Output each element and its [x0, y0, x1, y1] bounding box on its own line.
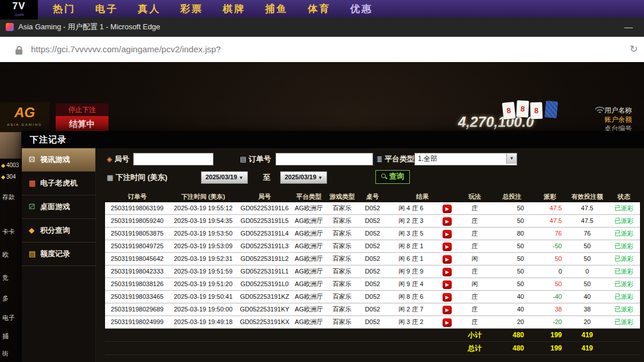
url-text[interactable]: https://gci.7vvvvvv.com/agingame/pcv2/in…	[31, 37, 221, 62]
nav-item-lottery[interactable]: 彩票	[180, 2, 203, 16]
balance-value: 304	[6, 174, 16, 180]
cell-platform: AG欧洲厅	[292, 253, 325, 265]
favicon-icon	[6, 23, 14, 31]
refresh-icon[interactable]: ↻	[626, 41, 642, 57]
cell-play: 闲	[459, 278, 491, 290]
chevron-down-icon: ▼	[239, 175, 243, 180]
wifi-icon	[595, 106, 605, 116]
cell-valid: 47.5	[567, 215, 608, 227]
strip-item-deposit[interactable]: 存款	[2, 193, 21, 202]
cell-bet: 50	[491, 215, 533, 227]
stop-betting-banner: 停止下注	[56, 103, 108, 116]
settling-banner: 结算中	[56, 116, 108, 132]
total-row: 总计 480 199 419	[105, 342, 640, 355]
account-balance-label: 账户余额	[604, 115, 644, 124]
platform-type-label: ≣平台类型	[377, 154, 414, 164]
cell-order: 250319198038126	[105, 278, 169, 290]
avatar	[0, 132, 21, 159]
col-header-table: 桌号	[359, 191, 386, 202]
cell-result: 闲 2 庄 3	[386, 215, 436, 227]
cell-result: 闲 9 庄 9	[386, 265, 436, 278]
window-title: Asia Gaming - 用户配置 1 - Microsoft Edge	[18, 17, 160, 37]
nav-item-live[interactable]: 真人	[138, 2, 161, 16]
strip-item-cagayan[interactable]: 卡卡	[2, 228, 21, 236]
cell-valid: 20	[567, 316, 608, 328]
order-number-input[interactable]	[276, 153, 373, 165]
search-icon	[381, 174, 387, 179]
sidebar-item-quota-records[interactable]: ▤额度记录	[22, 242, 95, 266]
cell-status: 已派彩	[608, 265, 640, 278]
cell-platform: AG欧洲厅	[292, 316, 325, 328]
replay-button[interactable]: ▶	[443, 293, 452, 302]
user-info-panel: 用户名称 账户余额 桌台编号	[604, 106, 644, 133]
nav-item-slots[interactable]: 电子	[95, 2, 118, 16]
cell-order: 250319198029689	[105, 303, 169, 315]
table-row: 2503191980249992025-03-19 19:49:18GD0522…	[105, 316, 640, 329]
replay-button[interactable]: ▶	[443, 268, 452, 276]
cell-game: 百家乐	[325, 215, 359, 227]
replay-button[interactable]: ▶	[443, 280, 452, 289]
cell-payout: 0	[533, 265, 567, 278]
sidebar-item-video-games[interactable]: ⚄视讯游戏	[22, 148, 95, 172]
nav-item-fishing[interactable]: 捕鱼	[265, 2, 288, 16]
sidebar-item-label: 视讯游戏	[40, 155, 70, 164]
sidebar-item-table-games[interactable]: ⚂桌面游戏	[22, 195, 95, 219]
total-spacer	[105, 342, 459, 355]
cell-round: GD052253191L6	[237, 202, 292, 214]
site-logo[interactable]: 7V .com	[0, 0, 38, 20]
date-to-picker[interactable]: 2025/03/19▼	[280, 171, 327, 184]
strip-item-arcade[interactable]: 街	[2, 349, 21, 358]
sidebar-item-points-query[interactable]: ◆积分查询	[22, 219, 95, 242]
cell-time: 2025-03-19 19:52:31	[169, 253, 237, 265]
nav-item-sports[interactable]: 体育	[308, 2, 331, 16]
replay-button[interactable]: ▶	[443, 230, 452, 238]
col-header-round: 局号	[237, 191, 292, 202]
strip-item-multi[interactable]: 多	[2, 294, 21, 303]
replay-button[interactable]: ▶	[443, 306, 452, 314]
cell-game: 百家乐	[325, 316, 359, 328]
balance-row: ◆4003	[1, 162, 22, 168]
search-button[interactable]: 查询	[375, 170, 410, 184]
total-valid: 419	[567, 342, 608, 355]
cards: 8 8 8	[503, 100, 560, 123]
cell-table: D052	[359, 316, 386, 328]
nav-item-board[interactable]: 棋牌	[223, 2, 246, 16]
cell-platform: AG欧洲厅	[292, 291, 325, 303]
calendar-icon: ▦	[107, 174, 113, 182]
cell-game: 百家乐	[325, 303, 359, 315]
nav-item-promo[interactable]: 优惠	[350, 2, 373, 16]
cell-valid: 50	[567, 253, 608, 265]
replay-button[interactable]: ▶	[443, 318, 452, 327]
strip-item-slots[interactable]: 电子	[2, 314, 21, 322]
table-row: 2503191980592402025-03-19 19:54:35GD0522…	[105, 215, 640, 228]
strip-item-europe[interactable]: 欧	[2, 251, 21, 259]
subtotal-label: 小计	[459, 329, 491, 341]
sidebar-item-slot-machine[interactable]: ▦电子老虎机	[22, 172, 95, 195]
cell-round: GD052253191L2	[237, 253, 292, 265]
cell-status: 已派彩	[608, 316, 640, 328]
minimize-button[interactable]: —	[620, 18, 637, 36]
playing-card: 8	[530, 102, 543, 120]
strip-item-fishing[interactable]: 捕	[2, 332, 21, 341]
strip-item-jingmi[interactable]: 竞	[2, 274, 21, 282]
round-number-input[interactable]	[133, 153, 214, 165]
site-logo-sub: .com	[0, 12, 38, 17]
replay-button[interactable]: ▶	[443, 217, 452, 226]
replay-button[interactable]: ▶	[443, 205, 452, 213]
replay-button[interactable]: ▶	[443, 242, 452, 251]
cell-time: 2025-03-19 19:51:59	[169, 265, 237, 278]
platform-type-value: 1.全部	[418, 155, 437, 163]
date-from-picker[interactable]: 2025/03/19▼	[201, 171, 248, 184]
cell-payout: 47.5	[533, 202, 567, 214]
cell-valid: 40	[567, 291, 608, 303]
nav-item-hot[interactable]: 热门	[53, 2, 76, 16]
platform-type-select[interactable]: 1.全部 ▼	[414, 153, 517, 165]
subtotal-bet: 480	[491, 329, 533, 341]
cell-table: D052	[359, 278, 386, 290]
screen: 热门 电子 真人 彩票 棋牌 捕鱼 体育 优惠 7V .com Asia Gam…	[0, 0, 644, 362]
cell-replay: ▶	[436, 215, 459, 227]
order-number-label: ▤订单号	[240, 154, 271, 164]
cell-result: 闲 4 庄 6	[386, 202, 436, 214]
cell-bet: 20	[491, 316, 533, 328]
replay-button[interactable]: ▶	[443, 255, 452, 264]
